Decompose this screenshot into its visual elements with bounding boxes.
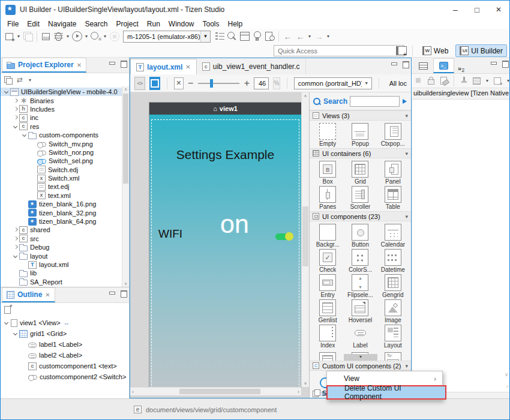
tree-item[interactable]: label2 <Label> [1, 350, 129, 361]
tree-item[interactable]: layout [1, 251, 129, 260]
tree-item[interactable]: xSwitch.xml [1, 174, 129, 182]
maximize-panel-icon[interactable] [120, 290, 127, 296]
tree-item[interactable]: text.edj [1, 182, 129, 191]
perspective-web-button[interactable]: W Web [418, 44, 452, 57]
palette-item-table[interactable]: Table [377, 185, 409, 211]
scrollbar[interactable] [122, 86, 129, 287]
minimize-icon[interactable] [445, 1, 466, 19]
expander-icon[interactable] [12, 330, 19, 337]
api-checker-icon[interactable] [263, 30, 276, 43]
design-view-icon[interactable] [149, 77, 160, 90]
palette-item-calendar[interactable]: Calendar [377, 223, 409, 248]
palette-item-gengrid[interactable]: Gengrid [377, 274, 409, 299]
open-perspective-icon[interactable] [395, 46, 407, 56]
context-menu-item-delete-custom-ui-component[interactable]: Delete Custom UI Component [326, 385, 446, 400]
view-menu-icon[interactable] [27, 74, 33, 86]
profile-icon[interactable] [89, 30, 102, 43]
close-icon[interactable] [45, 292, 50, 298]
palette-section-header[interactable]: UI components (23) [310, 211, 411, 221]
tab-project-explorer[interactable]: Project Explorer [2, 58, 86, 73]
minimize-panel-icon[interactable] [490, 61, 497, 67]
fit-to-screen-icon[interactable] [174, 77, 183, 89]
resolution-selector[interactable]: common (portrait_HD) [294, 77, 372, 89]
palette-item-scroller[interactable]: Scroller [344, 185, 376, 211]
palette-item-ctxpop-[interactable]: Ctxpop... [377, 122, 409, 148]
canvas-horizontal-scrollbar[interactable] [130, 387, 301, 395]
search-go-icon[interactable] [402, 97, 408, 106]
tree-item[interactable]: lib [1, 269, 129, 277]
minimize-panel-icon[interactable] [391, 61, 397, 67]
tree-item[interactable]: grid1 <Grid> [1, 328, 129, 339]
expander-icon[interactable] [12, 97, 19, 104]
scroll-down-icon[interactable] [505, 372, 508, 377]
quick-access-input[interactable] [274, 45, 404, 56]
run-dropdown-icon[interactable] [83, 30, 89, 43]
expander-icon[interactable] [12, 123, 19, 130]
back-icon[interactable]: ← [294, 30, 307, 43]
scroll-lock-icon[interactable] [426, 76, 436, 86]
palette-item-datetime[interactable]: Datetime [377, 248, 409, 274]
menu-project[interactable]: Project [112, 20, 142, 28]
perspective-ui-builder-button[interactable]: UI UI Builder [455, 44, 507, 57]
maximize-panel-icon[interactable] [402, 61, 409, 67]
tree-item[interactable]: Binaries [1, 96, 129, 104]
debug-icon[interactable] [52, 30, 65, 43]
tree-item[interactable]: Switch_sel.png [1, 157, 129, 165]
run-icon[interactable] [71, 30, 83, 43]
tree-item[interactable]: tizen_blank_16.png [1, 200, 129, 208]
binary-file-icon[interactable] [40, 30, 52, 43]
expander-icon[interactable] [12, 253, 19, 260]
settings-heading-label[interactable]: Settings Example [149, 148, 301, 162]
tree-item[interactable]: view1 <View> [1, 317, 129, 328]
tree-item[interactable]: xtext.xml [1, 191, 129, 200]
new-dropdown-icon[interactable] [16, 30, 22, 43]
expander-icon[interactable] [12, 244, 19, 251]
scroll-down-icon[interactable] [344, 354, 377, 361]
palette-section-header[interactable]: UI containers (6) [310, 148, 411, 158]
tree-item[interactable]: cres [1, 122, 129, 131]
palette-item-button[interactable]: Button [344, 223, 376, 248]
device-selector[interactable]: m-1205-1 (emulator-x86) [123, 31, 211, 43]
tree-item[interactable]: Tlayout.xml [1, 260, 129, 269]
emulator-manager-icon[interactable] [238, 30, 251, 43]
palette-section-header[interactable]: Views (3) [310, 110, 411, 121]
palette-item-box[interactable]: Box [311, 160, 344, 185]
design-canvas[interactable]: view1 Settings Example WIFI on [130, 92, 309, 398]
canvas-vertical-scrollbar[interactable] [301, 92, 309, 387]
tree-item[interactable]: hIncludes [1, 105, 129, 113]
palette-item-check[interactable]: Check [311, 248, 344, 274]
on-state-label[interactable]: on [220, 209, 249, 239]
expander-icon[interactable] [12, 235, 19, 242]
open-console-icon[interactable] [493, 76, 503, 86]
tree-item[interactable]: tizen_blank_32.png [1, 208, 129, 217]
display-console-icon[interactable] [472, 76, 482, 86]
menu-help[interactable]: Help [224, 20, 247, 28]
expander-icon[interactable] [12, 226, 19, 233]
profile-dropdown-icon[interactable] [102, 30, 108, 43]
source-view-icon[interactable] [134, 77, 145, 90]
tree-item[interactable]: Switch.edj [1, 166, 129, 174]
menu-file[interactable]: File [3, 20, 23, 28]
resolution-dropdown-icon[interactable] [362, 78, 371, 89]
tree-item[interactable]: Switch_mv.png [1, 139, 129, 148]
clear-console-icon[interactable] [439, 76, 449, 86]
menu-search[interactable]: Search [80, 20, 112, 28]
minimize-panel-icon[interactable] [109, 290, 115, 296]
palette-item-grid[interactable]: Grid [344, 160, 376, 185]
maximize-panel-icon[interactable] [502, 61, 508, 67]
palette-item-image[interactable]: Image [377, 299, 409, 324]
outline-list-icon[interactable] [213, 30, 226, 43]
tree-item[interactable]: Debug [1, 243, 129, 251]
last-edit-location-icon[interactable]: ← [281, 30, 294, 43]
tree-item[interactable]: tizen_blank_64.png [1, 217, 129, 226]
link-with-editor-icon[interactable] [17, 76, 23, 84]
collapse-icon[interactable] [405, 214, 408, 220]
tab-outline[interactable]: Outline [2, 287, 55, 302]
context-menu-item-view[interactable]: View [327, 371, 442, 385]
tab-event-handler-c[interactable]: c uib_view1_event_handler.c [197, 59, 306, 74]
tab-properties[interactable] [413, 58, 433, 73]
forward-dropdown-icon[interactable] [325, 30, 331, 43]
locale-selector[interactable]: All loc [386, 77, 407, 89]
certificate-icon[interactable] [251, 30, 263, 43]
menu-tools[interactable]: Tools [199, 20, 224, 28]
